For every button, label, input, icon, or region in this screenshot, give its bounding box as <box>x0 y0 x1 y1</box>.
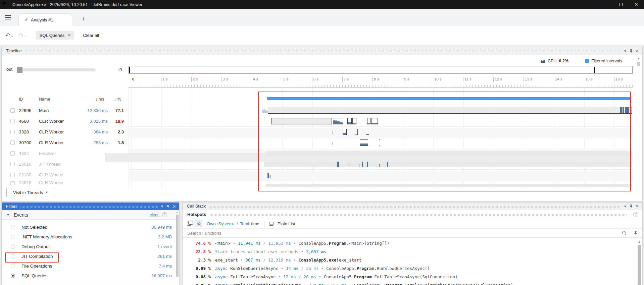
clear-filters-link[interactable]: clear <box>150 213 159 217</box>
thread-id: 24919 <box>19 180 32 185</box>
thread-percent: 18.9 <box>115 119 124 124</box>
scroll-up-icon[interactable]: ▲ <box>637 240 642 243</box>
thread-row-22996[interactable]: 22996Main12,336 ms77.1 <box>0 105 129 116</box>
filter-item-not-selected[interactable]: Not Selected86,949 ms <box>2 222 179 232</box>
thread-time: 3,025 ms <box>90 119 108 124</box>
close-panel-icon[interactable]: ✕ <box>636 204 639 209</box>
thread-row-22180[interactable]: 22180CLR Worker <box>0 169 129 180</box>
timeline-panel: Timeline ▼ ✕ CPU 0.2% Filtered intervals… <box>1 47 643 202</box>
filter-value: 3.2 MB <box>158 234 172 239</box>
panel-dropdown-icon[interactable]: ▼ <box>160 205 164 208</box>
filter-item-sql-queries[interactable]: SQL Queries16,007 ms <box>2 271 179 281</box>
redo-button[interactable]: ↷ ⌄ <box>19 32 27 39</box>
tab-analysis-1[interactable]: ✎ Analysis #1 <box>18 13 72 26</box>
close-button[interactable]: ✕ <box>629 0 644 9</box>
radio-button[interactable] <box>11 264 15 268</box>
pin-icon[interactable] <box>634 231 638 235</box>
thread-id: 15016 <box>19 162 32 167</box>
thread-checkbox[interactable] <box>10 130 15 134</box>
thread-name: CLR Worker <box>39 140 64 145</box>
thread-time: 283 ms <box>93 140 108 145</box>
thread-checkbox[interactable] <box>10 119 15 123</box>
filter-item--net-memory-allocations[interactable]: .NET Memory Allocations3.2 MB <box>2 232 179 242</box>
timeline-scrollbar[interactable]: ▲ <box>636 57 642 199</box>
hotspot-row[interactable]: 0.09 %async RunSlowQueriesAsync • 14 ms … <box>183 264 642 273</box>
thread-percent: 77.1 <box>115 108 124 113</box>
call-stack-scrollbar[interactable]: ▲ <box>637 240 642 285</box>
hotspot-row[interactable]: 74.6 %<Main> • 11,941 ms / 11,953 ms • C… <box>183 239 642 247</box>
scroll-up-icon[interactable]: ▲ <box>636 57 642 60</box>
hotspot-row[interactable]: 22.8 %Stack traces without user methods … <box>183 247 642 256</box>
search-functions-bar[interactable]: Search Functions <box>183 229 642 238</box>
tab-bar: ✎ Analysis #1 + <box>0 9 644 26</box>
scrollbar-thumb[interactable] <box>637 62 640 66</box>
scrollbar-thumb[interactable] <box>176 215 179 277</box>
function-name: ComplexJoinWithoutIndexAsync <box>230 283 301 285</box>
events-section-header[interactable]: ▼ Events clear ? <box>2 210 179 220</box>
filters-panel-title: Filters <box>6 204 17 209</box>
total-time-button[interactable]: Total <box>240 221 249 226</box>
hotspot-row[interactable]: 0.08 %async FullTableScanAsync • 12 ms /… <box>183 273 642 281</box>
thread-checkbox[interactable] <box>10 173 15 177</box>
search-icon[interactable] <box>622 231 627 235</box>
clear-all-button[interactable]: Clear all <box>83 33 99 38</box>
chevron-down-icon[interactable]: ▼ <box>6 213 10 217</box>
radio-button[interactable] <box>11 274 15 278</box>
hotspots-toolbar: Own+System↓ / Total time Plain List <box>183 219 642 229</box>
help-icon[interactable]: ? <box>633 212 638 217</box>
hamburger-menu-icon[interactable] <box>5 15 11 19</box>
hide-system-functions-button[interactable] <box>195 220 202 227</box>
plain-list-button[interactable]: Plain List <box>278 221 295 226</box>
thread-time: 364 ms <box>93 129 108 134</box>
sql-queries-filter-chip[interactable]: SQL Queries ✕ <box>36 31 75 40</box>
scroll-up-icon[interactable]: ▲ <box>175 211 179 214</box>
filter-item-file-operations[interactable]: File Operations7.4 ms <box>2 261 179 271</box>
thread-name: CLR Worker <box>39 172 64 177</box>
pin-icon[interactable] <box>630 204 633 208</box>
expand-frames-button[interactable] <box>185 220 193 227</box>
thread-checkbox[interactable] <box>10 108 15 113</box>
panel-dropdown-icon[interactable]: ▼ <box>624 205 627 208</box>
filter-value: 16,007 ms <box>151 273 172 278</box>
close-panel-icon[interactable]: ✕ <box>172 204 176 209</box>
thread-row-30700[interactable]: 30700CLR Worker283 ms1.8 <box>0 137 129 148</box>
tab-label: Analysis #1 <box>31 17 53 22</box>
maximize-button[interactable] <box>613 0 629 9</box>
hotspot-row[interactable]: 2.3 %exe_start • 367 ms / 12,319 ms • Co… <box>183 256 642 264</box>
thread-name: Main <box>39 108 49 113</box>
chip-close-icon[interactable]: ✕ <box>67 33 71 38</box>
add-tab-button[interactable]: + <box>82 16 85 22</box>
radio-button[interactable] <box>11 235 15 239</box>
pin-icon[interactable] <box>166 205 170 209</box>
thread-checkbox[interactable] <box>10 162 15 166</box>
thread-checkbox[interactable] <box>10 181 15 185</box>
thread-row-15016[interactable]: 15016JIT Thread <box>0 159 129 169</box>
hotspot-percent: 74.6 % <box>183 241 211 246</box>
thread-name: CLR Worker <box>39 129 64 134</box>
thread-checkbox[interactable] <box>10 140 15 145</box>
hotspot-row[interactable]: 0.05 %async ComplexJoinWithoutIndexAsync… <box>183 281 642 285</box>
scrollbar-thumb[interactable] <box>638 245 641 285</box>
radio-button[interactable] <box>11 244 15 249</box>
col-header-pct[interactable]: ↓ % <box>114 97 121 105</box>
thread-checkbox[interactable] <box>10 151 15 156</box>
undo-button[interactable]: ↶ ⌄ <box>5 32 13 39</box>
undo-dropdown-icon[interactable]: ⌄ <box>11 34 13 38</box>
thread-row-3328[interactable]: 3328CLR Worker364 ms2.3 <box>0 126 129 137</box>
thread-row-4332[interactable]: 4332Finalizer <box>0 148 129 159</box>
thread-name: CLR Worker <box>39 180 64 185</box>
col-header-ms[interactable]: ↓ ms <box>95 97 104 105</box>
function-name: Stack traces without user methods <box>215 249 298 254</box>
radio-button[interactable] <box>11 225 15 229</box>
thread-row-24919[interactable]: 24919CLR Worker <box>0 180 129 185</box>
own-system-sort-button[interactable]: Own+System↓ <box>207 221 235 226</box>
filters-scrollbar[interactable]: ▲ <box>175 211 179 285</box>
minimize-button[interactable]: – <box>598 0 613 9</box>
visible-threads-button[interactable]: Visible Threads ▼ <box>6 188 55 197</box>
col-header-name[interactable]: Name <box>39 97 50 105</box>
search-input[interactable]: Search Functions <box>187 231 221 236</box>
col-header-id[interactable]: ID <box>19 97 23 105</box>
help-icon[interactable]: ? <box>162 212 167 217</box>
filter-item-debug-output[interactable]: Debug Output1 event <box>2 242 179 251</box>
thread-row-4660[interactable]: 4660CLR Worker3,025 ms18.9 <box>0 116 129 126</box>
